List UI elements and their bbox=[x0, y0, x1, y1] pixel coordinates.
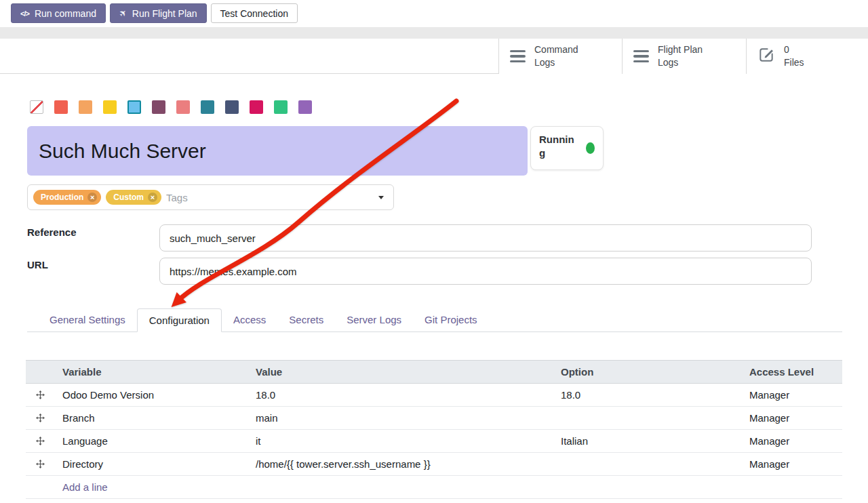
add-line-link[interactable]: Add a line bbox=[54, 476, 108, 498]
add-line-row: Add a line bbox=[26, 476, 842, 499]
cell-option[interactable] bbox=[553, 407, 741, 429]
color-swatch-2[interactable] bbox=[79, 100, 92, 114]
config-table-body: Odoo Demo Version18.018.0ManagerBranchma… bbox=[26, 384, 842, 476]
log-lines-icon bbox=[633, 50, 649, 63]
cell-variable[interactable]: Odoo Demo Version bbox=[54, 384, 248, 406]
cell-option[interactable]: Italian bbox=[553, 430, 741, 452]
cell-option[interactable] bbox=[553, 453, 741, 475]
tags-field[interactable]: Production×Custom× Tags bbox=[27, 184, 394, 210]
move-icon bbox=[36, 437, 45, 445]
url-label: URL bbox=[27, 259, 48, 270]
paper-plane-icon: ✈ bbox=[117, 7, 129, 19]
test-connection-label: Test Connection bbox=[220, 8, 288, 19]
header-drag-column bbox=[26, 361, 54, 383]
header-option[interactable]: Option bbox=[553, 361, 741, 383]
tags-list: Production×Custom× bbox=[33, 190, 161, 205]
cell-variable[interactable]: Language bbox=[54, 430, 248, 452]
color-palette bbox=[30, 100, 312, 114]
color-swatch-5[interactable] bbox=[152, 100, 165, 114]
flight-plan-logs-button[interactable]: Flight Plan Logs bbox=[622, 39, 746, 74]
files-button[interactable]: 0 Files bbox=[746, 39, 868, 74]
tab-server-logs[interactable]: Server Logs bbox=[335, 308, 413, 331]
status-label: Running bbox=[539, 133, 574, 163]
color-swatch-1[interactable] bbox=[54, 100, 68, 114]
status-button[interactable]: Running bbox=[530, 126, 604, 170]
log-lines-icon bbox=[510, 50, 526, 63]
reference-input[interactable] bbox=[159, 224, 812, 252]
files-count: 0 bbox=[784, 43, 804, 56]
cell-variable[interactable]: Directory bbox=[54, 453, 248, 475]
drag-handle[interactable] bbox=[26, 384, 54, 406]
color-swatch-8[interactable] bbox=[225, 100, 239, 114]
tag-remove-icon[interactable]: × bbox=[148, 193, 157, 202]
tab-secrets[interactable]: Secrets bbox=[277, 308, 335, 331]
form-header: Command Logs Flight Plan Logs 0 Files bbox=[0, 39, 868, 74]
color-swatch-7[interactable] bbox=[201, 100, 214, 114]
header-variable[interactable]: Variable bbox=[54, 361, 248, 383]
header-value[interactable]: Value bbox=[248, 361, 553, 383]
color-swatch-0[interactable] bbox=[30, 100, 43, 114]
cell-access-level[interactable]: Manager bbox=[741, 453, 842, 475]
table-row[interactable]: Directory/home/{{ tower.server.ssh_usern… bbox=[26, 453, 842, 476]
run-command-button[interactable]: </> Run command bbox=[11, 3, 106, 23]
tag-label: Custom bbox=[113, 193, 144, 202]
color-swatch-10[interactable] bbox=[274, 100, 288, 114]
command-logs-label-line2: Logs bbox=[534, 56, 578, 69]
run-flight-plan-label: Run Flight Plan bbox=[132, 8, 197, 19]
tag-remove-icon[interactable]: × bbox=[87, 193, 97, 202]
cell-value[interactable]: main bbox=[248, 407, 553, 429]
config-table: Variable Value Option Access Level Odoo … bbox=[26, 360, 842, 499]
cell-access-level[interactable]: Manager bbox=[741, 407, 842, 429]
tag-custom[interactable]: Custom× bbox=[106, 190, 161, 205]
cell-value[interactable]: it bbox=[248, 430, 553, 452]
drag-handle[interactable] bbox=[26, 453, 54, 475]
page-divider-band bbox=[0, 27, 868, 39]
drag-handle[interactable] bbox=[26, 407, 54, 429]
move-icon bbox=[36, 390, 45, 399]
tab-general-settings[interactable]: General Settings bbox=[38, 308, 137, 331]
header-access-level[interactable]: Access Level bbox=[741, 361, 842, 383]
color-swatch-4[interactable] bbox=[127, 100, 141, 114]
color-swatch-11[interactable] bbox=[298, 100, 312, 114]
command-logs-label-line1: Command bbox=[534, 43, 578, 56]
cell-access-level[interactable]: Manager bbox=[741, 430, 842, 452]
table-row[interactable]: LanguageitItalianManager bbox=[26, 430, 842, 453]
cell-option[interactable]: 18.0 bbox=[553, 384, 741, 406]
status-green-dot-icon bbox=[586, 142, 595, 154]
url-input[interactable] bbox=[159, 258, 812, 285]
reference-label: Reference bbox=[27, 226, 77, 238]
color-swatch-6[interactable] bbox=[176, 100, 190, 114]
add-line-spacer bbox=[26, 476, 54, 498]
cell-value[interactable]: 18.0 bbox=[248, 384, 553, 406]
cell-variable[interactable]: Branch bbox=[54, 407, 248, 429]
dropdown-caret-icon[interactable] bbox=[378, 196, 384, 199]
stat-buttons: Command Logs Flight Plan Logs 0 Files bbox=[498, 39, 868, 74]
flight-plan-logs-label-line1: Flight Plan bbox=[658, 43, 703, 56]
table-header-row: Variable Value Option Access Level bbox=[26, 360, 842, 384]
code-icon: </> bbox=[20, 9, 29, 18]
cell-access-level[interactable]: Manager bbox=[741, 384, 842, 406]
run-flight-plan-button[interactable]: ✈ Run Flight Plan bbox=[110, 3, 207, 23]
color-swatch-3[interactable] bbox=[103, 100, 117, 114]
table-row[interactable]: Odoo Demo Version18.018.0Manager bbox=[26, 384, 842, 407]
color-swatch-9[interactable] bbox=[250, 100, 263, 114]
test-connection-button[interactable]: Test Connection bbox=[211, 3, 298, 23]
command-logs-button[interactable]: Command Logs bbox=[498, 39, 622, 74]
table-row[interactable]: BranchmainManager bbox=[26, 407, 842, 430]
move-icon bbox=[36, 460, 45, 468]
tab-git-projects[interactable]: Git Projects bbox=[413, 308, 489, 331]
run-command-label: Run command bbox=[35, 8, 96, 19]
tags-placeholder: Tags bbox=[166, 192, 188, 203]
tag-label: Production bbox=[41, 193, 83, 202]
edit-pencil-icon bbox=[757, 46, 775, 66]
server-name-input[interactable]: Such Much Server bbox=[27, 126, 528, 176]
tag-production[interactable]: Production× bbox=[33, 190, 101, 205]
files-label: Files bbox=[784, 56, 804, 69]
move-icon bbox=[36, 414, 45, 422]
tab-configuration[interactable]: Configuration bbox=[137, 308, 222, 332]
drag-handle[interactable] bbox=[26, 430, 54, 452]
tab-access[interactable]: Access bbox=[222, 308, 277, 331]
cell-value[interactable]: /home/{{ tower.server.ssh_username }} bbox=[248, 453, 553, 475]
flight-plan-logs-label-line2: Logs bbox=[658, 56, 703, 69]
server-name-text: Such Much Server bbox=[39, 140, 206, 163]
